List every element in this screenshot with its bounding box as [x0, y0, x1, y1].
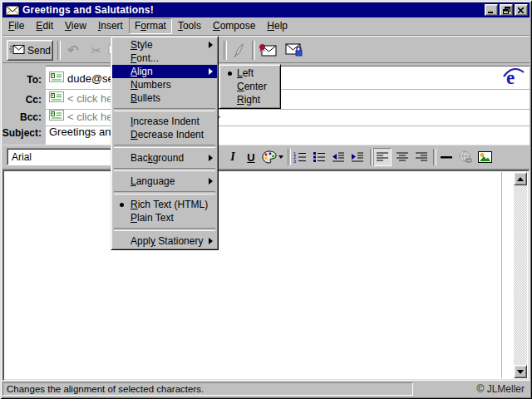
- menu-separator: [114, 168, 215, 171]
- address-card-icon: [49, 91, 64, 105]
- internet-explorer-logo: e: [502, 66, 525, 91]
- stationery-quill-icon[interactable]: [229, 40, 250, 61]
- underline-button[interactable]: U: [242, 148, 260, 166]
- menu-item-language[interactable]: Language: [112, 175, 217, 188]
- address-card-icon: [49, 110, 64, 123]
- bulleted-list-icon[interactable]: [310, 148, 328, 166]
- menu-item-apply-stationery[interactable]: Apply Stationery: [112, 234, 217, 248]
- restore-button[interactable]: [500, 4, 513, 16]
- menu-item-bullets[interactable]: Bullets: [112, 91, 217, 105]
- radio-bullet-icon: [120, 203, 124, 207]
- align-submenu: Left Center Right: [219, 64, 281, 109]
- scroll-down-button[interactable]: [514, 365, 527, 378]
- horizontal-line-icon[interactable]: [437, 148, 456, 166]
- menu-tools[interactable]: Tools: [172, 18, 207, 34]
- subject-label: Subject:: [0, 127, 42, 139]
- format-bar: Arial I U 123: [2, 145, 530, 170]
- submenu-arrow-icon: [209, 155, 213, 161]
- statusbar: Changes the alignment of selected charac…: [2, 382, 530, 397]
- color-dropdown-arrow-icon: [278, 155, 283, 159]
- down-arrow-icon: [517, 370, 524, 374]
- status-message: Changes the alignment of selected charac…: [2, 382, 413, 396]
- menu-item-align[interactable]: Align: [112, 65, 217, 78]
- align-center-icon[interactable]: [393, 148, 411, 166]
- to-label: To:: [0, 74, 42, 86]
- numbered-list-icon[interactable]: 123: [291, 148, 309, 166]
- menu-item-style[interactable]: Style: [112, 38, 217, 52]
- format-bar-separator: [433, 149, 436, 165]
- submenu-arrow-icon: [209, 68, 213, 75]
- menu-separator: [114, 191, 215, 195]
- submenu-item-left[interactable]: Left: [220, 66, 279, 80]
- insert-picture-icon[interactable]: [475, 148, 494, 166]
- menu-item-decrease-indent[interactable]: Decrease Indent: [112, 128, 217, 141]
- close-button[interactable]: [515, 4, 528, 16]
- menu-compose[interactable]: Compose: [207, 18, 261, 34]
- menu-item-increase-indent[interactable]: Increase Indent: [112, 115, 217, 128]
- encrypt-message-icon[interactable]: [283, 40, 305, 61]
- menu-format[interactable]: Format: [129, 18, 172, 34]
- menu-edit[interactable]: Edit: [30, 18, 59, 34]
- menu-item-font[interactable]: Font...: [112, 52, 217, 65]
- submenu-arrow-icon: [209, 178, 213, 185]
- vertical-scrollbar[interactable]: [514, 172, 527, 378]
- message-envelope-icon: [5, 4, 20, 16]
- insert-link-icon[interactable]: [456, 148, 475, 166]
- submenu-arrow-icon: [209, 42, 213, 48]
- toolbar-separator: [252, 41, 255, 60]
- font-name-value: Arial: [12, 151, 32, 163]
- send-envelope-icon: [9, 44, 25, 57]
- message-body[interactable]: [2, 170, 530, 381]
- menu-item-numbers[interactable]: Numbers: [112, 78, 217, 91]
- menu-item-background[interactable]: Background: [112, 151, 217, 165]
- menu-separator: [114, 108, 215, 111]
- send-button[interactable]: Send: [7, 40, 53, 61]
- window-title: Greetings and Salutations!: [22, 4, 483, 16]
- compose-window: Greetings and Salutations! File Edit Vie…: [0, 0, 532, 399]
- menu-separator: [114, 145, 215, 148]
- toolbar-separator: [224, 41, 227, 60]
- font-color-palette-icon[interactable]: [260, 148, 285, 166]
- menu-help[interactable]: Help: [261, 18, 293, 34]
- minimize-button[interactable]: [485, 4, 498, 16]
- svg-text:3: 3: [293, 159, 296, 164]
- bcc-label: Bcc:: [0, 111, 42, 123]
- align-left-icon[interactable]: [373, 148, 392, 166]
- up-arrow-icon: [517, 177, 524, 181]
- menu-file[interactable]: File: [2, 18, 30, 34]
- align-right-icon[interactable]: [412, 148, 431, 166]
- submenu-item-center[interactable]: Center: [220, 80, 279, 93]
- submenu-arrow-icon: [209, 238, 213, 244]
- menu-separator: [114, 228, 215, 231]
- menu-item-plain-text[interactable]: Plain Text: [112, 211, 217, 224]
- credit-text: © JLMeller: [476, 383, 525, 395]
- decrease-indent-icon[interactable]: [329, 148, 347, 166]
- sign-message-icon[interactable]: [257, 40, 278, 61]
- menubar: File Edit View Insert Format Tools Compo…: [2, 17, 530, 35]
- undo-icon[interactable]: [62, 40, 84, 61]
- format-menu: Style Font... Align Numbers Bullets Incr…: [111, 36, 219, 250]
- cc-label: Cc:: [0, 94, 42, 106]
- scroll-up-button[interactable]: [514, 172, 527, 185]
- body-margin-line: [501, 172, 502, 378]
- radio-bullet-icon: [228, 71, 232, 76]
- menu-view[interactable]: View: [59, 18, 92, 34]
- submenu-item-right[interactable]: Right: [220, 93, 279, 106]
- menu-insert[interactable]: Insert: [92, 18, 129, 34]
- increase-indent-icon[interactable]: [348, 148, 367, 166]
- toolbar-separator: [57, 41, 61, 60]
- menu-item-rich-text[interactable]: Rich Text (HTML): [112, 198, 217, 211]
- address-card-icon: [49, 71, 64, 85]
- italic-button[interactable]: I: [224, 148, 242, 166]
- titlebar[interactable]: Greetings and Salutations!: [2, 2, 530, 17]
- send-button-label: Send: [27, 45, 51, 57]
- toolbar: Send: [2, 35, 530, 63]
